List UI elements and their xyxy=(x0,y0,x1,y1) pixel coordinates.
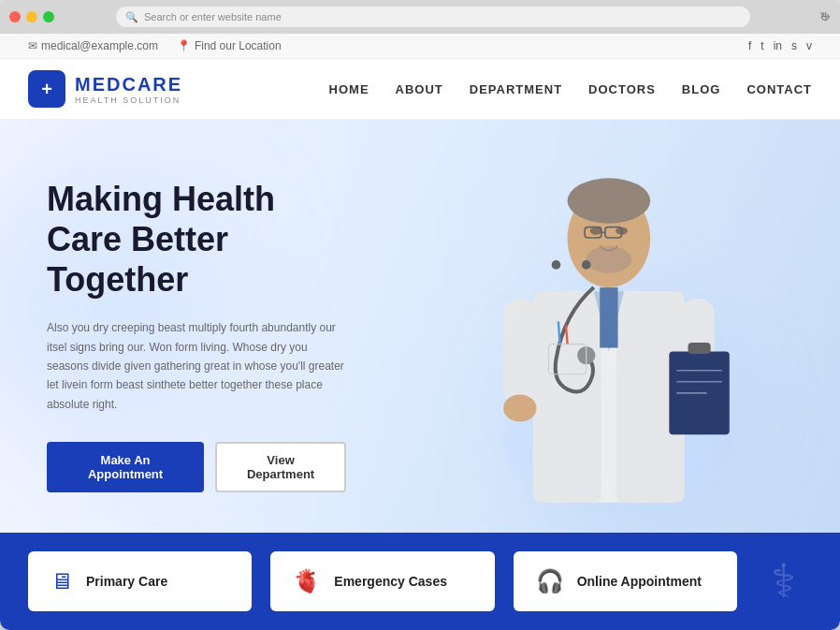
topbar-email: ✉ medical@example.com xyxy=(28,39,158,52)
logo-text: MEDCARE HEALTH SOLUTION xyxy=(75,74,182,105)
doctor-illustration xyxy=(488,140,730,533)
nav-home[interactable]: HOME xyxy=(329,82,369,96)
facebook-icon[interactable]: f xyxy=(748,39,751,52)
vimeo-icon[interactable]: v xyxy=(806,39,812,52)
browser-window: 🔍 Search or enter website name ↻ + ✉ med… xyxy=(0,0,840,630)
nav-blog[interactable]: BLOG xyxy=(682,82,721,96)
email-icon: ✉ xyxy=(28,39,37,52)
twitter-icon[interactable]: t xyxy=(760,39,763,52)
svg-rect-13 xyxy=(600,287,617,347)
hero-description: Also you dry creeping beast multiply fou… xyxy=(47,318,346,414)
skype-icon[interactable]: s xyxy=(791,39,797,52)
hero-buttons: Make An Appointment View Department xyxy=(47,442,346,492)
appointment-card[interactable]: 🎧 Online Appointment xyxy=(514,551,737,611)
new-tab-button[interactable]: + xyxy=(820,7,831,27)
logo-icon: + xyxy=(28,70,65,108)
maximize-button[interactable] xyxy=(43,11,54,22)
deco-icon-area: ⚕ xyxy=(756,551,812,611)
topbar-social: f t in s v xyxy=(748,39,812,52)
logo-subtitle: HEALTH SOLUTION xyxy=(75,95,182,105)
primary-care-card[interactable]: 🖥 Primary Care xyxy=(28,551,252,611)
nav-doctors[interactable]: DOCTORS xyxy=(588,82,656,96)
logo: + MEDCARE HEALTH SOLUTION xyxy=(28,70,182,108)
hero-title: Making Health Care Better Together xyxy=(47,179,346,300)
close-button[interactable] xyxy=(9,11,21,22)
browser-titlebar: 🔍 Search or enter website name ↻ + xyxy=(0,0,840,34)
department-button[interactable]: View Department xyxy=(215,442,346,492)
svg-rect-19 xyxy=(688,343,711,354)
main-nav: HOME ABOUT DEPARTMENT DOCTORS BLOG CONTA… xyxy=(329,82,812,96)
hero-image xyxy=(378,120,840,533)
hero-title-line2: Care Better Together xyxy=(47,220,228,299)
logo-name: MEDCARE xyxy=(75,74,182,95)
primary-care-icon: 🖥 xyxy=(51,568,73,594)
minimize-button[interactable] xyxy=(26,11,37,22)
topbar-left: ✉ medical@example.com 📍 Find our Locatio… xyxy=(28,39,282,52)
appointment-icon: 🎧 xyxy=(536,568,564,594)
appointment-button[interactable]: Make An Appointment xyxy=(47,442,204,492)
header: + MEDCARE HEALTH SOLUTION HOME ABOUT DEP… xyxy=(0,59,840,120)
topbar-location: 📍 Find our Location xyxy=(177,39,282,52)
svg-point-24 xyxy=(552,260,561,270)
emergency-label: Emergency Cases xyxy=(334,574,447,589)
website-content: ✉ medical@example.com 📍 Find our Locatio… xyxy=(0,34,840,630)
nav-contact[interactable]: CONTACT xyxy=(746,82,812,96)
bottom-section: 🖥 Primary Care 🫀 Emergency Cases 🎧 Onlin… xyxy=(0,533,840,630)
svg-point-25 xyxy=(582,260,591,270)
nav-department[interactable]: DEPARTMENT xyxy=(470,82,562,96)
bottom-cards: 🖥 Primary Care 🫀 Emergency Cases 🎧 Onlin… xyxy=(0,533,840,630)
svg-point-16 xyxy=(503,395,536,422)
appointment-label: Online Appointment xyxy=(577,574,702,589)
hero-content: Making Health Care Better Together Also … xyxy=(0,120,374,533)
emergency-card[interactable]: 🫀 Emergency Cases xyxy=(270,551,494,611)
location-icon: 📍 xyxy=(177,39,191,52)
search-icon: 🔍 xyxy=(125,11,138,23)
svg-point-6 xyxy=(568,178,651,223)
emergency-icon: 🫀 xyxy=(293,568,321,594)
svg-line-28 xyxy=(566,325,568,344)
linkedin-icon[interactable]: in xyxy=(774,39,782,52)
nav-about[interactable]: ABOUT xyxy=(396,82,443,96)
address-bar[interactable]: 🔍 Search or enter website name xyxy=(116,7,750,27)
hero-section: Making Health Care Better Together Also … xyxy=(0,120,840,533)
primary-care-label: Primary Care xyxy=(86,574,167,589)
address-text: Search or enter website name xyxy=(144,11,282,22)
hero-title-line1: Making Health xyxy=(47,180,275,218)
deco-icon: ⚕ xyxy=(771,554,796,608)
svg-rect-14 xyxy=(503,299,537,404)
topbar: ✉ medical@example.com 📍 Find our Locatio… xyxy=(0,34,840,59)
svg-line-27 xyxy=(558,321,560,344)
svg-point-12 xyxy=(587,246,631,273)
